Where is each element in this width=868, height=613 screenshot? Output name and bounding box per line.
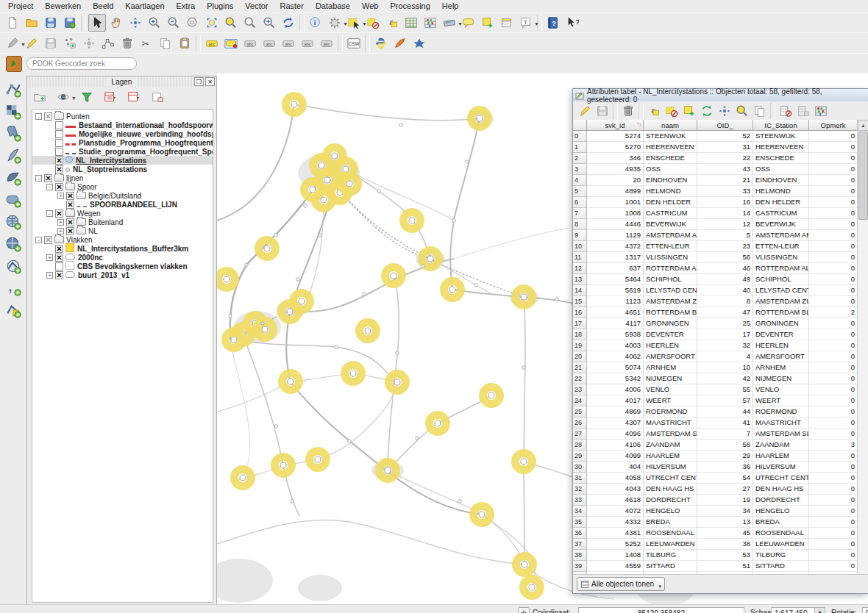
row-number-cell[interactable]: 10 (573, 241, 587, 252)
paste-features-button[interactable] (176, 35, 193, 52)
table-cell[interactable]: UTRECHT CENTR... (644, 473, 697, 484)
table-cell[interactable]: 0 (809, 252, 858, 263)
table-cell[interactable]: 40 (697, 285, 753, 296)
table-cell[interactable]: 1001 (587, 197, 644, 208)
table-cell[interactable]: ZAANDAM (644, 440, 697, 451)
table-cell[interactable]: 0 (809, 142, 858, 153)
filter-legend-button[interactable] (78, 88, 96, 106)
layer-visibility-checkbox[interactable]: ✕ (55, 254, 63, 262)
row-number-cell[interactable]: 36 (573, 528, 587, 539)
current-edits-button[interactable]: ▼ (4, 35, 21, 52)
layer-visibility-checkbox[interactable] (55, 262, 63, 270)
select-features-button[interactable]: ▼ (345, 14, 363, 32)
table-row[interactable]: 54899HELMOND33HELMOND0 (573, 186, 868, 197)
remove-layer-button[interactable] (149, 88, 166, 106)
menu-beeld[interactable]: Beeld (88, 1, 118, 11)
table-row[interactable]: 314058UTRECHT CENTR...54UTRECHT CENTR...… (573, 473, 868, 484)
add-wcs-layer-button[interactable] (3, 234, 24, 254)
row-number-cell[interactable]: 6 (573, 197, 587, 208)
show-all-features-button[interactable]: Alle objecten tonen ▼ (577, 577, 665, 591)
table-cell[interactable]: CASTRICUM (753, 208, 809, 219)
table-row[interactable]: 234006VENLO55VENLO0 (573, 384, 868, 395)
menu-processing[interactable]: Processing (385, 1, 435, 11)
table-cell[interactable]: 0 (809, 186, 858, 197)
menu-kaartlagen[interactable]: Kaartlagen (120, 1, 169, 11)
table-cell[interactable]: 2 (809, 307, 858, 318)
corner-header-cell[interactable] (573, 120, 587, 131)
table-cell[interactable]: 4381 (587, 528, 644, 539)
table-cell[interactable]: 5342 (587, 373, 644, 384)
table-cell[interactable]: 19 (697, 495, 753, 506)
table-row[interactable]: 151123AMSTERDAM ZUID8AMSTERDAM ZUID0 (573, 296, 868, 307)
table-row[interactable]: 264307MAASTRICHT41MAASTRICHT0 (573, 417, 868, 429)
layer-visibility-checkbox[interactable]: ✕ (55, 157, 63, 165)
table-row[interactable]: 145619LELYSTAD CENTR...40LELYSTAD CENTR.… (573, 285, 868, 296)
table-cell[interactable]: 0 (809, 131, 858, 142)
layer-item-nl-intercitystations-buffer3km[interactable]: ✕NL_Intercitystations_Buffer3km (32, 244, 213, 253)
table-cell[interactable]: 56 (697, 252, 753, 263)
table-cell[interactable]: AMSTERDAM SL... (644, 429, 697, 440)
table-cell[interactable]: 21 (697, 175, 753, 186)
table-cell[interactable]: LEEUWARDEN (644, 539, 697, 550)
table-row[interactable]: 30404HILVERSUM36HILVERSUM0 (573, 462, 868, 473)
scale-combo[interactable]: 1:617.450 ▼ (771, 607, 825, 613)
table-cell[interactable]: 4099 (587, 451, 644, 462)
layer-item-cbs-bevolkingskernen-vlakken[interactable]: CBS Bevolkingskernen vlakken (32, 262, 213, 270)
row-number-cell[interactable]: 30 (573, 462, 587, 473)
row-number-cell[interactable]: 33 (573, 495, 587, 506)
table-row[interactable]: 354332BREDA13BREDA0 (573, 517, 868, 528)
table-cell[interactable]: 0 (809, 351, 858, 362)
table-cell[interactable]: BEVERWIJK (753, 219, 809, 230)
table-cell[interactable]: 4372 (587, 241, 644, 252)
table-cell[interactable]: BREDA (753, 517, 809, 528)
add-mssql-layer-button[interactable] (3, 168, 24, 188)
table-cell[interactable]: DEVENTER (644, 329, 697, 340)
table-cell[interactable]: 0 (809, 296, 858, 307)
row-number-cell[interactable]: 0 (573, 131, 587, 142)
table-cell[interactable]: 0 (809, 539, 858, 550)
table-cell[interactable]: 0 (809, 230, 858, 241)
table-cell[interactable]: DORDRECHT (753, 495, 809, 506)
table-cell[interactable]: 34 (697, 506, 753, 517)
row-number-cell[interactable]: 35 (573, 517, 587, 528)
table-cell[interactable]: MAASTRICHT (753, 417, 809, 429)
table-row[interactable]: 15270HEERENVEEN31HEERENVEEN0 (573, 142, 868, 153)
table-cell[interactable]: 4106 (587, 440, 644, 451)
table-cell[interactable]: HENGELO (644, 506, 697, 517)
table-cell[interactable]: 47 (697, 307, 753, 318)
add-group-button[interactable] (31, 88, 49, 106)
table-row[interactable]: 104372ETTEN-LEUR23ETTEN-LEUR0 (573, 241, 868, 252)
table-cell[interactable]: VLISSINGEN (753, 252, 809, 263)
table-cell[interactable]: LELYSTAD CENTR... (753, 285, 809, 296)
table-cell[interactable]: 4043 (587, 484, 644, 495)
table-cell[interactable]: 4446 (587, 219, 644, 230)
table-cell[interactable]: 404 (587, 462, 644, 473)
delete-selected-button[interactable] (118, 35, 136, 52)
table-cell[interactable]: 22 (697, 153, 753, 164)
table-cell[interactable]: 0 (809, 263, 858, 274)
row-number-cell[interactable]: 14 (573, 285, 587, 296)
tree-expander-icon[interactable]: - (35, 113, 42, 120)
attr-toggle-editing-button[interactable] (577, 103, 593, 119)
row-number-cell[interactable]: 5 (573, 186, 587, 197)
layer-visibility-checkbox[interactable]: ✕ (55, 183, 63, 191)
table-cell[interactable]: 0 (809, 550, 858, 561)
table-cell[interactable]: 45 (697, 528, 753, 539)
layer-visibility-checkbox[interactable]: ✕ (66, 227, 74, 235)
zoom-in-button[interactable] (146, 14, 163, 32)
rotation-input[interactable]: 0,0 (862, 607, 868, 613)
layer-visibility-checkbox[interactable]: ✕ (44, 112, 52, 121)
table-cell[interactable]: 5274 (587, 131, 644, 142)
table-cell[interactable]: 58 (697, 440, 753, 451)
layer-visibility-checkbox[interactable]: ✕ (55, 165, 63, 173)
table-cell[interactable]: 5938 (587, 329, 644, 340)
table-cell[interactable]: 36 (697, 462, 753, 473)
table-row[interactable]: 204062AMERSFOORT4AMERSFOORT0 (573, 351, 868, 362)
table-cell[interactable]: CASTRICUM (644, 208, 697, 219)
layer-item-planstudie-programma-hoogfrequente-s-[interactable]: Planstudie_Programma_Hoogfrequente_S... (32, 138, 213, 147)
row-number-cell[interactable]: 23 (573, 384, 587, 395)
row-number-cell[interactable]: 8 (573, 219, 587, 230)
table-row[interactable]: 12637ROTTERDAM ALE...46ROTTERDAM ALE...0 (573, 263, 868, 274)
layer-group-spoor[interactable]: -✕Spoor (32, 182, 213, 191)
python-console-button[interactable] (372, 35, 390, 52)
